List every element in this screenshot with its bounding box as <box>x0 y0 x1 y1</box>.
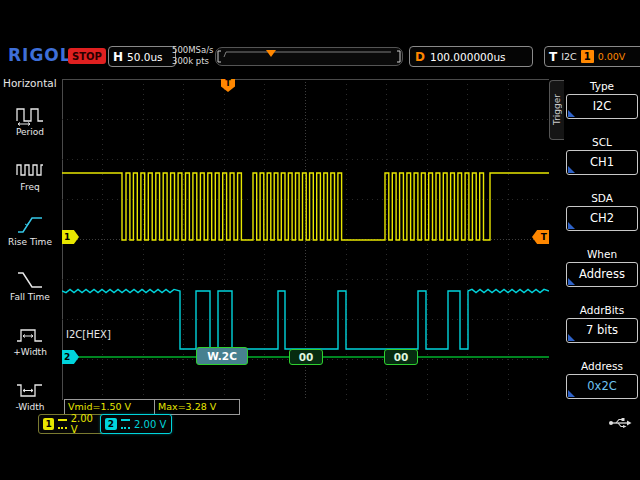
menu-item-value[interactable]: Address <box>566 262 638 287</box>
dc-coupling-icon <box>121 419 130 429</box>
menu-item-value[interactable]: 0x2C <box>566 374 638 399</box>
measure-item-label: -Width <box>15 403 44 413</box>
trigger-menu-tab: Trigger <box>549 80 564 140</box>
menu-corner-indicator <box>568 334 575 341</box>
measure-item-freq[interactable]: Freq <box>0 147 60 202</box>
menu-corner-indicator <box>568 278 575 285</box>
period-wave-icon <box>15 102 45 126</box>
dc-coupling-icon <box>58 419 66 429</box>
menu-item-label: Type <box>566 79 638 94</box>
menu-corner-indicator <box>568 110 575 117</box>
measure-item-label: +Width <box>13 348 47 358</box>
menu-item-label: Address <box>566 359 638 374</box>
rigol-logo: RIGOL <box>8 45 72 65</box>
decode-bus-label: I2C[HEX] <box>66 329 111 340</box>
measure-item-period[interactable]: Period <box>0 92 60 147</box>
fall-edge-icon <box>15 267 45 291</box>
waveform-position-strip[interactable] <box>215 47 403 66</box>
menu-item-value[interactable]: 7 bits <box>566 318 638 343</box>
frequency-wave-icon <box>15 157 45 181</box>
menu-item-when: When Address <box>566 247 638 287</box>
trigger-type: I2C <box>561 51 576 62</box>
menu-corner-indicator <box>568 222 575 229</box>
acquisition-info: 500MSa/s 300k pts <box>172 45 213 66</box>
trigger-menu: Type I2C SCL CH1 SDA CH2 When Address Ad… <box>566 79 638 415</box>
timebase-value: 50.0us <box>127 51 163 63</box>
trigger-label: T <box>549 50 557 64</box>
menu-item-scl: SCL CH1 <box>566 135 638 175</box>
menu-item-value[interactable]: CH1 <box>566 150 638 175</box>
ch2-number-badge: 2 <box>105 418 117 430</box>
memory-depth: 300k pts <box>172 56 213 67</box>
usb-icon <box>608 415 634 431</box>
measure-item-rise-time[interactable]: Rise Time <box>0 202 60 257</box>
measure-item-label: Fall Time <box>10 293 50 303</box>
ch1-number-badge: 1 <box>43 418 54 430</box>
trigger-level: 0.00V <box>598 51 626 62</box>
memory-preview-wave <box>216 48 402 65</box>
measure-item-label: Freq <box>20 183 39 193</box>
oscilloscope-screen: RIGOL STOP H 50.0us 500MSa/s 300k pts D … <box>0 0 640 480</box>
ch2-status-box[interactable]: 2 2.00 V <box>100 414 172 434</box>
trigger-status-display[interactable]: T I2C 1 0.00V <box>544 46 640 67</box>
waveform-display: I2C[HEX] W.2C 00 00 1 2 T T <box>62 79 549 400</box>
menu-item-value[interactable]: CH2 <box>566 206 638 231</box>
decode-frame-address: W.2C <box>196 347 248 365</box>
measure-menu-title: Horizontal <box>3 77 57 89</box>
delay-display[interactable]: D 100.000000us <box>409 46 533 67</box>
measure-item-label: Rise Time <box>8 238 52 248</box>
menu-item-addrbits: AddrBits 7 bits <box>566 303 638 343</box>
ch1-scale: 2.00 V <box>71 413 101 435</box>
delay-value: 100.000000us <box>430 51 506 63</box>
menu-item-sda: SDA CH2 <box>566 191 638 231</box>
menu-item-label: SCL <box>566 135 638 150</box>
menu-item-label: When <box>566 247 638 262</box>
ch2-scale: 2.00 V <box>134 419 166 430</box>
run-state-badge[interactable]: STOP <box>68 48 106 64</box>
menu-item-value[interactable]: I2C <box>566 94 638 119</box>
vmid-measurement: Vmid=1.50 V <box>65 400 155 414</box>
measure-item-pos-width[interactable]: +Width <box>0 312 60 367</box>
ch1-status-box[interactable]: 1 2.00 V <box>38 414 106 434</box>
trigger-source-badge: 1 <box>581 50 594 63</box>
measure-menu: Period Freq Rise Time Fall Time <box>0 92 60 422</box>
menu-item-address: Address 0x2C <box>566 359 638 399</box>
measure-item-label: Period <box>16 128 44 138</box>
max-measurement: Max=3.28 V <box>155 400 216 414</box>
menu-item-label: AddrBits <box>566 303 638 318</box>
measure-item-fall-time[interactable]: Fall Time <box>0 257 60 312</box>
horizontal-timebase-display[interactable]: H 50.0us <box>108 46 176 67</box>
negative-width-icon <box>15 377 45 401</box>
menu-item-label: SDA <box>566 191 638 206</box>
rise-edge-icon <box>15 212 45 236</box>
decode-frame-data: 00 <box>384 349 418 365</box>
trigger-menu-title: Trigger <box>552 94 562 125</box>
menu-corner-indicator <box>568 166 575 173</box>
decode-frame-data: 00 <box>289 349 323 365</box>
sample-rate: 500MSa/s <box>172 45 213 56</box>
positive-width-icon <box>15 322 45 346</box>
delay-label: D <box>415 50 425 64</box>
menu-item-type: Type I2C <box>566 79 638 119</box>
menu-corner-indicator <box>568 390 575 397</box>
horizontal-label: H <box>113 50 123 64</box>
